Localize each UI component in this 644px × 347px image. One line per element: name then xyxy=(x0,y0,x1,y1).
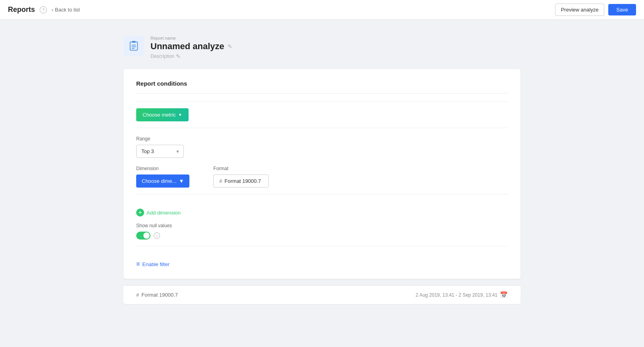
back-chevron-icon: ‹ xyxy=(52,7,53,13)
description-label: Description xyxy=(150,54,174,59)
footer-format: # Format 19000.7 xyxy=(136,292,178,298)
dimension-label: Dimension xyxy=(136,166,189,171)
footer-date-range: 2 Aug 2019, 13:41 - 2 Sep 2019, 13:41 📅 xyxy=(416,291,508,299)
header-right: Preview analyze Save xyxy=(555,4,636,16)
svg-rect-1 xyxy=(132,41,135,43)
choose-dimension-label: Choose dime... xyxy=(142,178,176,184)
divider-4 xyxy=(136,246,508,246)
card-title: Report conditions xyxy=(136,80,508,94)
choose-dimension-button[interactable]: Choose dime... ▼ xyxy=(136,174,189,188)
dimension-section: Dimension Choose dime... ▼ xyxy=(136,158,189,188)
add-icon: + xyxy=(136,209,144,217)
dimension-format-row: Dimension Choose dime... ▼ Format # Form… xyxy=(136,158,508,188)
header-left: Reports ? ‹ Back to list xyxy=(8,6,80,14)
choose-metric-chevron-icon: ▼ xyxy=(178,113,182,117)
report-title-row: Unnamed analyze ✎ xyxy=(150,41,232,52)
report-header: Report name Unnamed analyze ✎ Descriptio… xyxy=(123,36,521,59)
footer-bar: # Format 19000.7 2 Aug 2019, 13:41 - 2 S… xyxy=(123,285,521,305)
choose-dimension-chevron-icon: ▼ xyxy=(179,178,184,184)
range-select[interactable]: Top 3 Top 5 Top 10 All xyxy=(136,145,184,158)
footer-date-text: 2 Aug 2019, 13:41 - 2 Sep 2019, 13:41 xyxy=(416,292,497,298)
format-value-display[interactable]: # Format 19000.7 xyxy=(213,174,269,188)
format-label: Format xyxy=(213,166,269,171)
format-value-text: Format 19000.7 xyxy=(225,178,261,184)
format-section: Format # Format 19000.7 xyxy=(213,158,269,188)
description-row: Description ✎ xyxy=(150,53,232,59)
report-title-area: Report name Unnamed analyze ✎ Descriptio… xyxy=(150,36,232,59)
calendar-icon[interactable]: 📅 xyxy=(500,291,508,299)
toggle-knob xyxy=(143,232,150,239)
report-icon xyxy=(123,36,144,56)
header: Reports ? ‹ Back to list Preview analyze… xyxy=(0,0,644,20)
footer-hash-icon: # xyxy=(136,292,139,298)
choose-metric-label: Choose metric xyxy=(143,112,176,118)
null-values-info-icon[interactable]: i xyxy=(154,232,160,239)
add-dimension-button[interactable]: + Add dimension xyxy=(136,209,181,217)
conditions-card: Report conditions Choose metric ▼ Range … xyxy=(123,69,521,279)
svg-rect-0 xyxy=(130,42,138,50)
show-null-toggle[interactable] xyxy=(136,232,150,240)
description-edit-icon[interactable]: ✎ xyxy=(176,53,181,59)
enable-filter-button[interactable]: ≡ Enable filter xyxy=(136,261,170,268)
show-null-section: Show null values i xyxy=(136,223,508,240)
range-label: Range xyxy=(136,136,508,142)
clipboard-icon xyxy=(128,40,139,52)
footer-format-text: Format 19000.7 xyxy=(141,292,178,298)
help-icon[interactable]: ? xyxy=(40,6,47,13)
show-null-label: Show null values xyxy=(136,223,508,228)
choose-metric-button[interactable]: Choose metric ▼ xyxy=(136,108,189,121)
page-content: Report name Unnamed analyze ✎ Descriptio… xyxy=(123,20,521,320)
divider-1 xyxy=(136,102,508,102)
add-dimension-label: Add dimension xyxy=(147,210,181,216)
report-title: Unnamed analyze xyxy=(150,41,224,52)
format-hash-icon: # xyxy=(219,178,222,184)
divider-3 xyxy=(136,194,508,194)
divider-2 xyxy=(136,128,508,128)
back-label: Back to list xyxy=(55,7,80,13)
range-select-wrapper: Top 3 Top 5 Top 10 All ▼ xyxy=(136,145,184,158)
report-title-edit-icon[interactable]: ✎ xyxy=(228,43,232,50)
enable-filter-label: Enable filter xyxy=(142,261,170,267)
preview-analyze-button[interactable]: Preview analyze xyxy=(555,4,605,16)
toggle-row: i xyxy=(136,232,508,240)
save-button[interactable]: Save xyxy=(608,4,636,15)
filter-icon: ≡ xyxy=(136,261,140,268)
back-to-list-link[interactable]: ‹ Back to list xyxy=(52,7,80,13)
report-name-label: Report name xyxy=(150,36,232,40)
app-title: Reports xyxy=(8,6,35,14)
